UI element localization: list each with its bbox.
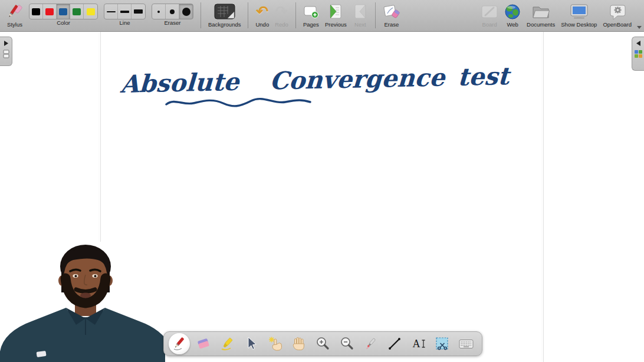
laser-pointer-tool-button[interactable]	[360, 333, 382, 354]
line-thick-button[interactable]	[132, 4, 145, 19]
color-swatch-yellow[interactable]	[84, 4, 97, 19]
zoom-in-tool-button[interactable]	[312, 333, 333, 354]
stylus-icon	[6, 2, 23, 21]
board-mode-button[interactable]: Board	[481, 0, 498, 28]
documents-folder-icon	[531, 2, 550, 21]
openboard-gear-icon	[609, 2, 626, 21]
title-word-2: Convergence	[269, 63, 445, 95]
line-label: Line	[120, 19, 130, 26]
backgrounds-label: Backgrounds	[208, 21, 241, 28]
laser-pointer-icon	[363, 336, 379, 351]
pen-tool-button[interactable]	[169, 333, 190, 354]
erase-page-button[interactable]: Erase	[383, 0, 400, 28]
highlighter-tool-button[interactable]	[216, 333, 238, 354]
undo-icon: ↶	[256, 4, 268, 19]
show-desktop-icon	[569, 2, 589, 21]
documents-label: Documents	[527, 21, 555, 28]
line-tool-button[interactable]	[384, 333, 405, 354]
thin-line-icon	[107, 11, 116, 12]
black-swatch	[32, 8, 40, 15]
documents-mode-button[interactable]: Documents	[527, 0, 555, 28]
next-page-icon	[353, 2, 368, 21]
pan-hand-icon	[291, 336, 307, 351]
large-dot-icon	[182, 8, 190, 16]
handwritten-underline	[164, 96, 313, 111]
openboard-menu-button[interactable]: OpenBoard	[603, 0, 632, 28]
zoom-out-tool-button[interactable]	[336, 333, 357, 354]
line-icon	[387, 336, 402, 351]
previous-label: Previous	[325, 21, 347, 28]
selector-tool-button[interactable]	[241, 333, 262, 354]
erase-page-icon	[383, 2, 400, 21]
title-word-1: Absolute	[120, 68, 240, 98]
toolbar-separator	[375, 2, 376, 28]
web-label: Web	[507, 21, 518, 28]
board-label: Board	[482, 21, 497, 28]
line-medium-button[interactable]	[118, 4, 132, 19]
show-desktop-label: Show Desktop	[561, 21, 597, 28]
new-page-icon	[303, 2, 319, 21]
erase-label: Erase	[384, 21, 399, 28]
eraser-icon	[196, 336, 211, 351]
color-group: Color	[29, 0, 98, 26]
pages-stack-icon	[2, 50, 10, 59]
undo-label: Undo	[255, 21, 269, 28]
interact-tool-button[interactable]	[264, 333, 285, 354]
presenter-video-overlay	[0, 242, 165, 362]
green-swatch	[73, 8, 81, 15]
redo-label: Redo	[275, 21, 288, 28]
eraser-tool-button[interactable]	[193, 333, 214, 354]
backgrounds-button[interactable]: Backgrounds	[208, 0, 241, 28]
expand-right-arrow-icon	[3, 40, 9, 47]
eraser-medium-button[interactable]	[166, 4, 179, 19]
small-dot-icon	[157, 11, 160, 13]
yellow-swatch	[87, 8, 95, 15]
title-word-3: test	[457, 62, 510, 91]
presenter-figure	[0, 242, 165, 362]
eraser-small-button[interactable]	[152, 4, 166, 19]
web-mode-button[interactable]: Web	[504, 0, 521, 28]
redo-button[interactable]: ↷ Redo	[275, 0, 288, 28]
pointing-hand-icon	[267, 336, 283, 351]
next-label: Next	[354, 21, 366, 28]
toolbar-overflow-caret-icon[interactable]	[637, 26, 642, 29]
zoom-out-icon	[339, 336, 354, 351]
medium-dot-icon	[170, 9, 175, 14]
text-tool-icon: A	[411, 336, 426, 351]
eraser-large-button[interactable]	[179, 4, 193, 19]
capture-icon	[435, 336, 450, 351]
tool-dock: A	[163, 331, 482, 356]
stylus-button[interactable]: Stylus	[6, 0, 23, 28]
color-swatch-red[interactable]	[43, 4, 57, 19]
color-swatch-green[interactable]	[70, 4, 84, 19]
show-desktop-button[interactable]: Show Desktop	[561, 0, 597, 28]
expand-left-arrow-icon	[635, 40, 642, 47]
medium-line-icon	[120, 11, 129, 13]
color-swatch-black[interactable]	[29, 4, 43, 19]
openboard-label: OpenBoard	[603, 21, 632, 28]
handwritten-title: AbsoluteConvergencetest	[120, 62, 510, 98]
line-thin-button[interactable]	[104, 4, 118, 19]
previous-page-button[interactable]: Previous	[325, 0, 347, 28]
toolbar-separator	[248, 2, 248, 28]
capture-tool-button[interactable]	[432, 333, 453, 354]
toolbar-right-group: Board Web Documents	[478, 0, 640, 28]
next-page-button[interactable]: Next	[353, 0, 368, 28]
line-group: Line	[104, 0, 146, 26]
virtual-keyboard-tool-button[interactable]	[456, 333, 477, 354]
right-drawer-tab[interactable]	[632, 37, 644, 71]
pages-button[interactable]: Pages	[303, 0, 319, 28]
eraser-group: Eraser	[152, 0, 193, 26]
redo-icon: ↷	[275, 4, 288, 19]
text-tool-button[interactable]: A	[408, 333, 429, 354]
highlighter-icon	[219, 336, 235, 351]
hand-tool-button[interactable]	[288, 333, 310, 354]
web-globe-icon	[504, 2, 521, 21]
left-drawer-tab[interactable]	[0, 37, 12, 66]
top-toolbar: Stylus Color Line Eraser	[0, 0, 644, 32]
toolbar-separator	[201, 2, 201, 28]
undo-button[interactable]: ↶ Undo	[255, 0, 269, 28]
color-swatch-blue[interactable]	[57, 4, 70, 19]
pages-label: Pages	[303, 21, 319, 28]
library-icon	[634, 50, 643, 58]
